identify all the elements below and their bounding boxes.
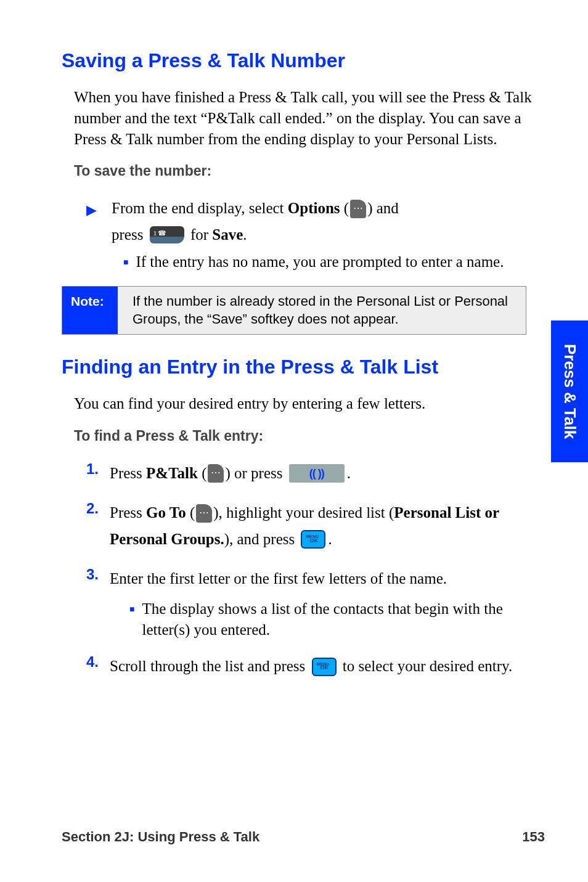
instruction-bullet: ▶ From the end display, select Options (… [86, 195, 545, 248]
step-number: 4. [86, 653, 110, 680]
step-text: Scroll through the list and press to sel… [110, 653, 512, 680]
note-label: Note: [62, 287, 118, 334]
right-softkey-icon [350, 200, 366, 218]
triangle-bullet-icon: ▶ [86, 202, 97, 218]
note-text: If the number is already stored in the P… [118, 287, 526, 334]
step-text: Press Go To (), highlight your desired l… [110, 500, 545, 552]
heading-finding-entry: Finding an Entry in the Press & Talk Lis… [62, 356, 545, 378]
left-softkey-icon [208, 464, 224, 483]
intro-finding: You can find your desired entry by enter… [74, 393, 545, 414]
subhead-find-entry: To find a Press & Talk entry: [74, 428, 545, 444]
ptt-button-icon: (( )) [289, 464, 345, 483]
menu-ok-key-icon [312, 658, 337, 676]
step-number: 3. [86, 566, 110, 592]
footer-section-title: Section 2J: Using Press & Talk [62, 829, 259, 845]
instruction-text: From the end display, select Options () … [112, 195, 399, 248]
step-number: 1. [86, 460, 110, 487]
intro-saving: When you have finished a Press & Talk ca… [74, 87, 545, 149]
key-1-icon [150, 226, 184, 243]
page-footer: Section 2J: Using Press & Talk 153 [62, 829, 545, 845]
subhead-save-number: To save the number: [74, 163, 545, 179]
step-text: Enter the first letter or the first few … [110, 566, 447, 592]
page-content: Saving a Press & Talk Number When you ha… [0, 0, 588, 680]
section-side-tab: Press & Talk [551, 321, 588, 462]
heading-saving-number: Saving a Press & Talk Number [62, 49, 545, 72]
sub-instruction: ■ If the entry has no name, you are prom… [123, 251, 545, 272]
left-softkey-icon [196, 504, 212, 523]
sub-instruction-text: If the entry has no name, you are prompt… [136, 251, 504, 272]
step-number: 2. [86, 500, 110, 552]
square-bullet-icon: ■ [129, 605, 134, 640]
square-bullet-icon: ■ [123, 258, 128, 272]
step-4: 4. Scroll through the list and press to … [86, 653, 545, 680]
step-3-sub: ■ The display shows a list of the contac… [129, 598, 545, 640]
step-3: 3. Enter the first letter or the first f… [86, 566, 545, 640]
menu-ok-key-icon [301, 530, 325, 549]
step-2: 2. Press Go To (), highlight your desire… [86, 500, 545, 552]
step-3-sub-text: The display shows a list of the contacts… [142, 598, 545, 640]
numbered-steps: 1. Press P&Talk () or press (( )). 2. Pr… [86, 460, 545, 680]
step-1: 1. Press P&Talk () or press (( )). [86, 460, 545, 487]
step-text: Press P&Talk () or press (( )). [110, 460, 351, 487]
footer-page-number: 153 [522, 829, 545, 845]
note-box: Note: If the number is already stored in… [62, 286, 526, 335]
